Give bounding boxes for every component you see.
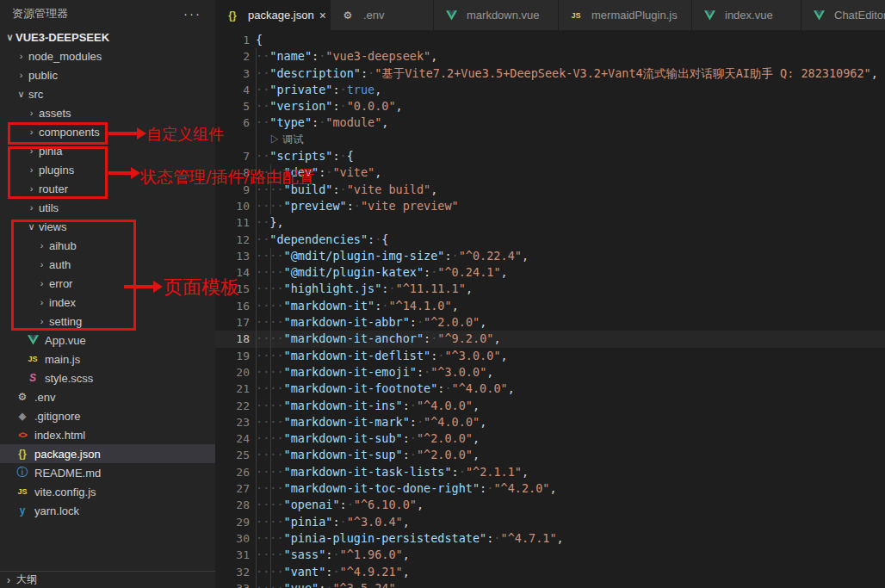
code-line-30[interactable]: 30····"pinia-plugin-persistedstate":·"^4…	[215, 530, 885, 547]
code-line-text: ····"markdown-it-footnote":·"^4.0.0",	[256, 381, 515, 397]
code-line-11[interactable]: 11··},	[215, 214, 885, 231]
tree-item-App.vue[interactable]: App.vue	[0, 331, 215, 350]
code-token: ,	[396, 99, 403, 113]
code-line-text: ··"scripts":·{	[256, 148, 354, 164]
code-line-17[interactable]: 17····"markdown-it-abbr":·"^2.0.0",	[215, 314, 885, 331]
code-line-21[interactable]: 21····"markdown-it-footnote":·"^4.0.0",	[215, 381, 885, 397]
tree-item-plugins[interactable]: ›plugins	[0, 160, 215, 179]
code-token: "description"	[269, 66, 361, 80]
code-token: ,	[508, 381, 515, 395]
code-line-33[interactable]: 33····"vue":·"^3.5.24",	[215, 580, 885, 588]
code-token: "markdown-it-anchor"	[284, 331, 424, 345]
tab-.env[interactable]: ⚙.env	[331, 0, 434, 30]
code-line-text: ····"@mdit/plugin-img-size":·"^0.22.4",	[256, 248, 529, 264]
code-line-28[interactable]: 28····"openai":·"^6.10.0",	[215, 497, 885, 513]
tree-item-package.json[interactable]: {}package.json	[0, 444, 215, 463]
tree-item-src[interactable]: ∨src	[0, 84, 215, 103]
code-token: "^4.0.0"	[452, 381, 508, 395]
codelens-row[interactable]: ▷ 调试	[215, 132, 885, 148]
vue-icon	[444, 10, 458, 21]
code-line-25[interactable]: 25····"markdown-it-sup":·"^2.0.0",	[215, 447, 885, 463]
code-token: ··	[256, 115, 269, 129]
code-line-14[interactable]: 14····"@mdit/plugin-katex":·"^0.24.1",	[215, 264, 885, 281]
tree-item-yarn.lock[interactable]: yyarn.lock	[0, 501, 215, 520]
code-line-12[interactable]: 12··"dependencies":·{	[215, 232, 885, 248]
code-line-31[interactable]: 31····"sass":·"^1.96.0",	[215, 547, 885, 563]
tree-item-utils[interactable]: ›utils	[0, 198, 215, 217]
tree-item-node_modules[interactable]: ›node_modules	[0, 46, 215, 65]
code-token: ,	[473, 431, 480, 445]
code-line-18[interactable]: 18····"markdown-it-anchor":·"^9.2.0",	[215, 331, 885, 347]
more-actions-icon[interactable]: ···	[183, 9, 201, 18]
code-line-22[interactable]: 22····"markdown-it-ins":·"^4.0.0",	[215, 398, 885, 414]
tree-item-auth[interactable]: ›auth	[0, 255, 215, 274]
tree-item-components[interactable]: ›components	[0, 122, 215, 141]
code-token: "module"	[325, 115, 381, 129]
code-line-13[interactable]: 13····"@mdit/plugin-img-size":·"^0.22.4"…	[215, 248, 885, 264]
close-icon[interactable]: ×	[319, 9, 326, 22]
tab-mermaidPlugin.js[interactable]: JSmermaidPlugin.js	[559, 0, 692, 30]
code-token: ·	[354, 199, 361, 213]
code-line-8[interactable]: 8····"dev":·"vite",	[215, 164, 885, 181]
outline-section-header[interactable]: › 大纲	[0, 571, 215, 588]
code-line-15[interactable]: 15····"highlight.js":·"^11.11.1",	[215, 281, 885, 297]
tab-ChatEditor.vue[interactable]: ChatEditor.vue	[801, 0, 885, 30]
line-number: 5	[215, 98, 250, 115]
tree-item-vite.config.js[interactable]: JSvite.config.js	[0, 482, 215, 501]
code-token: ··	[256, 149, 269, 163]
codelens-debug-action[interactable]: ▷ 调试	[256, 132, 303, 148]
code-line-32[interactable]: 32····"vant":·"^4.9.21",	[215, 564, 885, 580]
code-line-text: ··"name":·"vue3-deepseek",	[256, 48, 437, 65]
code-line-1[interactable]: 1{	[215, 32, 885, 48]
tree-item-router[interactable]: ›router	[0, 179, 215, 198]
code-line-4[interactable]: 4··"private":·true,	[215, 82, 885, 98]
code-token: ·	[340, 99, 347, 113]
code-line-5[interactable]: 5··"version":·"0.0.0",	[215, 98, 885, 115]
tree-item-public[interactable]: ›public	[0, 65, 215, 84]
line-number: 30	[215, 530, 250, 547]
tree-item-setting[interactable]: ›setting	[0, 312, 215, 331]
code-line-3[interactable]: 3··"description":·"基于Vite7.2+Vue3.5+Deep…	[215, 65, 885, 82]
tree-item-assets[interactable]: ›assets	[0, 103, 215, 122]
code-line-6[interactable]: 6··"type":·"module",	[215, 115, 885, 131]
tree-item-.gitignore[interactable]: ◈.gitignore	[0, 406, 215, 425]
code-token: "dependencies"	[269, 232, 368, 246]
chevron-right-icon: ›	[15, 51, 27, 61]
tree-item-views[interactable]: ∨views	[0, 217, 215, 236]
code-line-24[interactable]: 24····"markdown-it-sub":·"^2.0.0",	[215, 430, 885, 447]
tree-item-index.html[interactable]: <>index.html	[0, 425, 215, 444]
code-line-2[interactable]: 2··"name":·"vue3-deepseek",	[215, 48, 885, 65]
code-line-27[interactable]: 27····"markdown-it-toc-done-right":·"^4.…	[215, 480, 885, 497]
code-token: ,	[501, 349, 508, 362]
code-line-10[interactable]: 10····"preview":·"vite preview"	[215, 198, 885, 214]
tree-item-README.md[interactable]: ⓘREADME.md	[0, 463, 215, 482]
code-line-16[interactable]: 16····"markdown-it":·"^14.1.0",	[215, 298, 885, 314]
tree-item-index[interactable]: ›index	[0, 293, 215, 312]
tree-item-label: main.js	[45, 353, 80, 366]
vscode-window: 资源管理器 ··· ∨ VUE3-DEEPSEEK ›node_modules›…	[0, 0, 885, 588]
code-token: :	[340, 498, 347, 511]
code-line-9[interactable]: 9····"build":·"vite build",	[215, 182, 885, 198]
tree-item-style.scss[interactable]: Sstyle.scss	[0, 368, 215, 387]
tree-item-error[interactable]: ›error	[0, 274, 215, 293]
tree-root-item[interactable]: ∨ VUE3-DEEPSEEK	[0, 28, 215, 46]
tab-markdown.vue[interactable]: markdown.vue	[434, 0, 559, 30]
code-line-23[interactable]: 23····"markdown-it-mark":·"^4.0.0",	[215, 414, 885, 430]
tab-index.vue[interactable]: index.vue	[692, 0, 801, 30]
tree-item-.env[interactable]: ⚙.env	[0, 387, 215, 406]
code-line-text: ····"vue":·"^3.5.24",	[256, 580, 403, 588]
tree-item-main.js[interactable]: JSmain.js	[0, 350, 215, 368]
code-line-29[interactable]: 29····"pinia":·"^3.0.4",	[215, 514, 885, 530]
tree-item-pinia[interactable]: ›pinia	[0, 141, 215, 160]
code-line-7[interactable]: 7··"scripts":·{	[215, 148, 885, 164]
code-line-26[interactable]: 26····"markdown-it-task-lists":·"^2.1.1"…	[215, 464, 885, 480]
code-token: ·	[452, 249, 459, 263]
code-line-20[interactable]: 20····"markdown-it-emoji":·"^3.0.0",	[215, 364, 885, 381]
code-token: "^4.7.1"	[501, 531, 557, 545]
tree-item-aihub[interactable]: ›aihub	[0, 236, 215, 255]
code-line-text: ····"vant":·"^4.9.21",	[256, 564, 410, 580]
line-number	[215, 132, 250, 148]
code-editor[interactable]: 1{2··"name":·"vue3-deepseek",3··"descrip…	[215, 30, 885, 588]
code-line-19[interactable]: 19····"markdown-it-deflist":·"^3.0.0",	[215, 348, 885, 364]
tab-package.json[interactable]: {}package.json×	[215, 0, 331, 30]
